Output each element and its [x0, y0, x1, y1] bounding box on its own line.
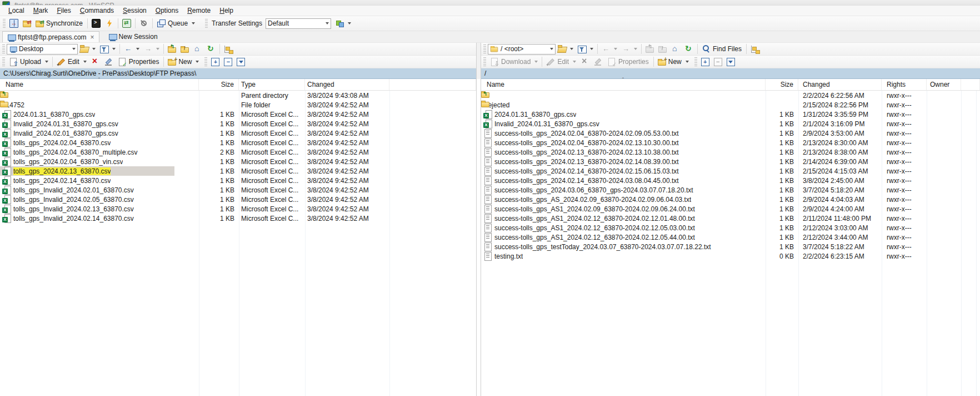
file-row[interactable]: success-tolls_gps_2024.03.06_63870_gps-2… — [481, 185, 980, 195]
download-button[interactable]: Download — [488, 56, 540, 67]
file-row[interactable]: .. Parent directory 3/8/2024 9:43:08 AM — [0, 91, 476, 100]
file-row[interactable]: Rejected 2/15/2024 8:22:56 PM rwxr-x--- — [481, 100, 980, 110]
menu-remote[interactable]: Remote — [183, 6, 214, 15]
file-row[interactable]: success-tolls_gps_AS1_2024.02.12_63870-2… — [481, 232, 980, 242]
local-filter-button[interactable] — [98, 44, 118, 55]
menu-help[interactable]: Help — [216, 6, 237, 15]
remote-parent-directory-button[interactable]: ↰ — [643, 44, 656, 54]
file-row[interactable]: success-tolls_gps_2024.02.13_63870-2024.… — [481, 147, 980, 157]
select-invert-button[interactable] — [234, 57, 247, 67]
file-row[interactable]: success-tolls_gps_2024.02.04_63870-2024.… — [481, 128, 980, 138]
local-refresh-button[interactable] — [204, 43, 218, 55]
find-files-button[interactable]: Find Files — [699, 43, 744, 55]
rename-button[interactable] — [102, 56, 116, 67]
panel-splitter[interactable] — [476, 43, 481, 396]
file-row[interactable]: success-tolls_gps_2024.02.13_63870-2024.… — [481, 157, 980, 166]
remote-select-remove-button[interactable]: − — [712, 57, 724, 67]
column-header-changed[interactable]: Changed — [798, 79, 882, 90]
menu-commands[interactable]: Commands — [76, 6, 118, 15]
file-row[interactable]: tolls_gps_2024.02.04_63870_vin.csv 1 KB … — [0, 157, 476, 166]
file-row[interactable]: tolls_gps_2024.02.14_63870.csv 1 KB Micr… — [0, 176, 476, 185]
remote-open-directory-button[interactable] — [556, 43, 576, 55]
column-header-rights[interactable]: Rights — [882, 79, 927, 90]
edit-button[interactable]: Edit — [54, 56, 89, 67]
toggle-panels-button[interactable] — [7, 18, 21, 29]
remote-new-button[interactable]: New — [656, 57, 691, 67]
queue-button[interactable]: Queue — [154, 18, 197, 29]
file-row[interactable]: Invalid_2024.02.01_63870_gps.csv 1 KB Mi… — [0, 128, 476, 138]
synchronize-button[interactable]: Synchronize — [33, 18, 86, 28]
remote-back-button[interactable] — [599, 43, 619, 55]
file-row[interactable]: success-tolls_gps_AS1_2024.02.12_63870-2… — [481, 223, 980, 232]
file-row[interactable]: tolls_gps_Invalid_2024.02.01_63870.csv 1… — [0, 185, 476, 195]
select-add-button[interactable]: + — [209, 57, 222, 67]
session-tab-active[interactable]: ftptst@ftp.prepass.com × — [2, 31, 99, 42]
remote-delete-button[interactable] — [578, 56, 592, 67]
remote-root-directory-button[interactable]: / — [656, 44, 669, 54]
upload-button[interactable]: Upload — [7, 56, 51, 67]
file-row[interactable]: success-tolls_gps_testToday_2024.03.07_6… — [481, 242, 980, 251]
menu-mark[interactable]: Mark — [29, 6, 52, 15]
column-header-type[interactable]: Type — [239, 79, 305, 90]
menu-session[interactable]: Session — [119, 6, 151, 15]
close-icon[interactable]: × — [89, 33, 94, 41]
delete-button[interactable] — [89, 56, 102, 67]
file-row[interactable]: 414752 File folder 3/8/2024 9:42:52 AM — [0, 100, 476, 110]
remote-edit-button[interactable]: Edit — [544, 56, 578, 67]
column-header-size[interactable]: Size — [766, 79, 798, 90]
local-root-directory-button[interactable]: / — [178, 44, 191, 54]
file-row[interactable]: tolls_gps_Invalid_2024.02.05_63870.csv 1… — [0, 195, 476, 204]
run-command-button[interactable] — [103, 18, 116, 29]
file-row[interactable]: Invalid_2024.01.31_63870_gps.csv 1 KB Mi… — [0, 119, 476, 128]
new-session-tab[interactable]: New Session — [104, 31, 162, 42]
menu-local[interactable]: Local — [4, 6, 28, 15]
column-header-name[interactable]: ˆName — [0, 79, 199, 90]
file-row[interactable]: tolls_gps_2024.02.04_63870_multiple.csv … — [0, 147, 476, 157]
sync-browsing-toggle-button[interactable] — [120, 18, 133, 29]
file-row[interactable]: 2024.01.31_63870_gps.csv 1 KB 1/31/2024 … — [481, 110, 980, 119]
local-back-button[interactable] — [122, 43, 142, 55]
file-row[interactable]: success-tolls_gps_AS1_2024.02.09_63870-2… — [481, 204, 980, 214]
properties-button[interactable]: Properties — [116, 56, 162, 67]
remote-location-select[interactable]: / <root> — [488, 44, 556, 55]
select-remove-button[interactable]: − — [222, 57, 234, 67]
file-row[interactable]: success-tolls_gps_2024.02.14_63870-2024.… — [481, 176, 980, 185]
file-row[interactable]: tolls_gps_Invalid_2024.02.14_63870.csv 1… — [0, 214, 476, 223]
column-header-owner[interactable]: Owner — [927, 79, 961, 90]
local-tree-button[interactable] — [222, 44, 236, 55]
local-open-directory-button[interactable] — [78, 43, 98, 55]
local-forward-button[interactable] — [142, 43, 162, 55]
remote-select-invert-button[interactable] — [724, 57, 737, 67]
remote-forward-button[interactable] — [619, 43, 639, 55]
remote-refresh-button[interactable] — [682, 43, 696, 55]
file-row[interactable]: tolls_gps_Invalid_2024.02.13_63870.csv 1… — [0, 204, 476, 214]
column-header-name[interactable]: ˆName — [481, 79, 766, 90]
file-row[interactable]: testing.txt 0 KB 2/2/2024 6:23:15 AM rwx… — [481, 251, 980, 261]
local-parent-directory-button[interactable]: ↰ — [166, 44, 178, 54]
file-row[interactable]: success-tolls_gps_AS1_2024.02.12_63870-2… — [481, 214, 980, 223]
menu-options[interactable]: Options — [152, 6, 182, 15]
local-home-button[interactable] — [191, 43, 204, 55]
file-row[interactable]: success-tolls_gps_2024.02.04_63870-2024.… — [481, 138, 980, 147]
remote-home-button[interactable] — [669, 43, 682, 55]
local-location-select[interactable]: Desktop — [7, 44, 78, 55]
remote-properties-button[interactable]: Properties — [605, 56, 652, 67]
menu-files[interactable]: Files — [53, 6, 74, 15]
preferences-button[interactable] — [137, 18, 151, 29]
remote-select-add-button[interactable]: + — [699, 57, 712, 67]
synchronize-browsing-button[interactable] — [21, 18, 33, 28]
file-row[interactable]: 2024.01.31_63870_gps.csv 1 KB Microsoft … — [0, 110, 476, 119]
column-header-changed[interactable]: Changed — [305, 79, 389, 90]
new-button[interactable]: New — [166, 57, 201, 67]
remote-rename-button[interactable] — [592, 56, 605, 67]
file-row[interactable]: tolls_gps_2024.02.04_63870.csv 1 KB Micr… — [0, 138, 476, 147]
column-header-size[interactable]: Size — [199, 79, 239, 90]
file-row[interactable]: success-tolls_gps_AS_2024.02.09_63870-20… — [481, 195, 980, 204]
file-row[interactable]: tolls_gps_2024.02.13_63870.csv 1 KB Micr… — [0, 166, 476, 176]
remote-path-bar[interactable]: / — [481, 68, 980, 79]
transfer-options-button[interactable] — [333, 18, 353, 29]
remote-filter-button[interactable] — [576, 44, 596, 55]
transfer-settings-select[interactable]: Default — [266, 18, 331, 29]
open-console-button[interactable] — [89, 18, 103, 29]
remote-tree-button[interactable] — [748, 44, 763, 55]
